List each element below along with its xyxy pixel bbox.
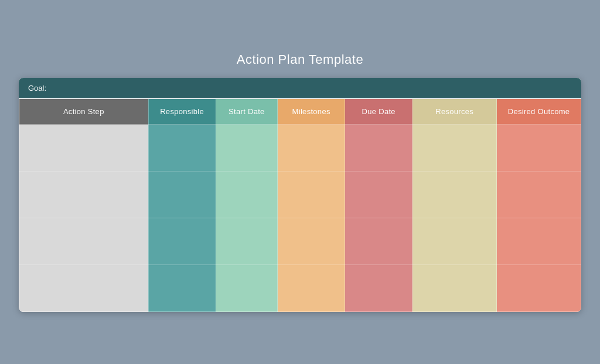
cell-row-2-col-3[interactable] bbox=[278, 171, 345, 218]
table-row bbox=[19, 125, 581, 171]
header-start-date: Start Date bbox=[216, 99, 277, 125]
cell-row-1-col-6[interactable] bbox=[497, 125, 581, 171]
table-row bbox=[19, 171, 581, 218]
header-action-step: Action Step bbox=[19, 99, 149, 125]
cell-row-4-col-1[interactable] bbox=[148, 265, 216, 312]
goal-bar: Goal: bbox=[19, 78, 581, 98]
cell-row-1-col-3[interactable] bbox=[278, 125, 345, 171]
action-plan-table: Action Step Responsible Start Date Miles… bbox=[19, 98, 581, 312]
cell-row-4-col-2[interactable] bbox=[216, 265, 277, 312]
table-row bbox=[19, 218, 581, 265]
cell-row-2-col-6[interactable] bbox=[497, 171, 581, 218]
cell-row-3-col-1[interactable] bbox=[148, 218, 216, 265]
cell-row-2-col-4[interactable] bbox=[345, 171, 412, 218]
header-resources: Resources bbox=[412, 99, 497, 125]
cell-row-2-col-5[interactable] bbox=[412, 171, 497, 218]
table-container: Goal: Action Step Responsible Start Date… bbox=[19, 78, 581, 312]
cell-row-4-col-3[interactable] bbox=[278, 265, 345, 312]
cell-row-4-col-6[interactable] bbox=[497, 265, 581, 312]
cell-row-1-col-5[interactable] bbox=[412, 125, 497, 171]
page-wrapper: Action Plan Template Goal: Action Step R… bbox=[19, 52, 581, 312]
cell-row-4-col-4[interactable] bbox=[345, 265, 412, 312]
cell-row-4-col-5[interactable] bbox=[412, 265, 497, 312]
cell-row-1-col-1[interactable] bbox=[148, 125, 216, 171]
page-title: Action Plan Template bbox=[237, 52, 363, 67]
cell-row-3-col-5[interactable] bbox=[412, 218, 497, 265]
cell-row-1-col-2[interactable] bbox=[216, 125, 277, 171]
header-due-date: Due Date bbox=[345, 99, 412, 125]
cell-row-2-col-2[interactable] bbox=[216, 171, 277, 218]
cell-row-2-col-0[interactable] bbox=[19, 171, 149, 218]
goal-label: Goal: bbox=[28, 84, 46, 92]
header-desired-outcome: Desired Outcome bbox=[497, 99, 581, 125]
cell-row-3-col-4[interactable] bbox=[345, 218, 412, 265]
cell-row-3-col-6[interactable] bbox=[497, 218, 581, 265]
table-body bbox=[19, 125, 581, 312]
header-row: Action Step Responsible Start Date Miles… bbox=[19, 99, 581, 125]
table-row bbox=[19, 265, 581, 312]
header-milestones: Milestones bbox=[278, 99, 345, 125]
header-responsible: Responsible bbox=[148, 99, 216, 125]
cell-row-4-col-0[interactable] bbox=[19, 265, 149, 312]
cell-row-3-col-0[interactable] bbox=[19, 218, 149, 265]
cell-row-3-col-2[interactable] bbox=[216, 218, 277, 265]
cell-row-2-col-1[interactable] bbox=[148, 171, 216, 218]
cell-row-1-col-0[interactable] bbox=[19, 125, 149, 171]
cell-row-1-col-4[interactable] bbox=[345, 125, 412, 171]
cell-row-3-col-3[interactable] bbox=[278, 218, 345, 265]
